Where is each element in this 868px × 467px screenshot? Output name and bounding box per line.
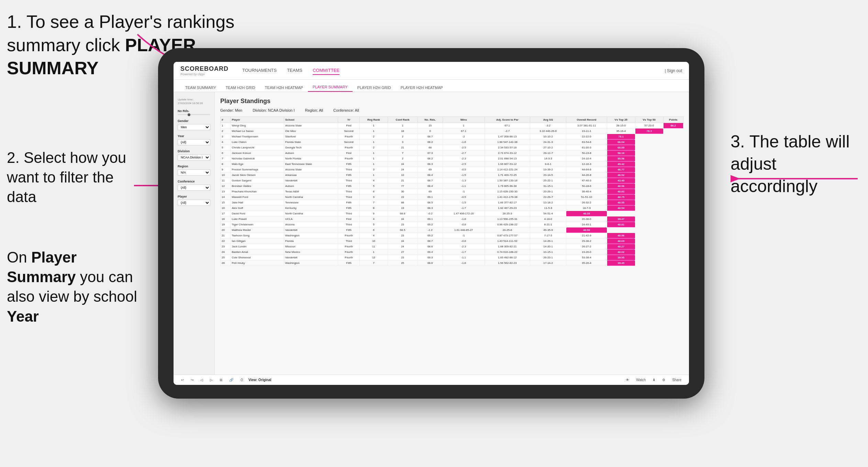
table-row: 20Matthew RiedelVanderbiltFifth668.5-1.2…: [221, 227, 683, 233]
redo-btn[interactable]: ↪: [189, 377, 196, 382]
col-vs-top50: Vs Top 50: [635, 117, 663, 123]
subnav-team-h2h-grid[interactable]: TEAM H2H GRID: [221, 84, 260, 92]
table-row: 26Petr HrubyWashingtonFifth72568.6-1.81.…: [221, 260, 683, 266]
table-row: 8Mats EgeEast Tennessee StateFifth12468.…: [221, 162, 683, 167]
table-row: 19Tiger ChristensenArizonaThird52369.2-0…: [221, 222, 683, 227]
division-select[interactable]: NCAA Division I: [178, 154, 210, 160]
col-rank: #: [221, 117, 231, 123]
annotation-step2: 2. Select how you want to filter the dat…: [7, 148, 137, 207]
table-row: 17David FordNorth CarolinaThird968.6-0.2…: [221, 211, 683, 216]
table-row: 3Michael ThorbjornsenStanfordFourth2268.…: [221, 134, 683, 140]
table-row: 5Christo LamprechtGeorgia TechFourth2216…: [221, 145, 683, 151]
undo-btn[interactable]: ↩: [179, 377, 186, 382]
grid-btn[interactable]: ⊞: [218, 377, 224, 382]
table-row: 24Bastien AmatNew MexicoFourth12769.4-1.…: [221, 249, 683, 255]
logo-subtitle: Powered by clippi: [180, 73, 229, 76]
region-select[interactable]: N/A: [178, 169, 210, 176]
col-yr: Yr: [338, 117, 359, 123]
logo-area: SCOREBOARD Powered by clippi: [180, 65, 229, 76]
table-row: 14Maxwell FordNorth CarolinaThird32269.1…: [221, 194, 683, 200]
subnav-player-h2h-heatmap[interactable]: PLAYER H2H HEATMAP: [396, 84, 448, 92]
nav-committee[interactable]: COMMITTEE: [313, 66, 340, 75]
col-school: School: [284, 117, 338, 123]
nav-sign-out[interactable]: | Sign out: [665, 68, 682, 73]
col-player: Player: [231, 117, 284, 123]
table-row: 16Alex GoffKentuckyFifth81968.3-1.71.92 …: [221, 205, 683, 211]
sidebar: Update time: 27/03/2024 16:56:26 No Rds.…: [174, 92, 215, 375]
nav-right: | Sign out: [665, 68, 682, 73]
main-content: Update time: 27/03/2024 16:56:26 No Rds.…: [174, 92, 689, 375]
filter-row: Gender: Men Division: NCAA Division I Re…: [220, 108, 683, 112]
table-row: 2Michael Le SassoOle MissSecond118067.1-…: [221, 129, 683, 134]
table-row: 4Luke ClatonFlorida StateSecond1368.2-1.…: [221, 140, 683, 145]
back-btn[interactable]: ◁: [198, 377, 205, 382]
nav-teams[interactable]: TEAMS: [287, 66, 302, 75]
table-row: 23Jack LundinMissouriFourth112468.6-2.31…: [221, 244, 683, 249]
col-overall: Overall Record: [566, 117, 607, 123]
nav-items: TOURNAMENTS TEAMS COMMITTEE: [242, 66, 665, 75]
nav-bar: SCOREBOARD Powered by clippi TOURNAMENTS…: [174, 62, 689, 80]
conference-section: Conference (All): [178, 180, 210, 191]
subnav-team-h2h-heatmap[interactable]: TEAM H2H HEATMAP: [260, 84, 308, 92]
annotation-step3: 3. The table will adjust accordingly: [731, 131, 861, 198]
table-area: Player Standings Gender: Men Division: N…: [215, 92, 689, 375]
col-wins: Wins: [443, 117, 485, 123]
year-section: Year (All): [178, 134, 210, 145]
conference-select[interactable]: (All): [178, 185, 210, 191]
no-rds-section: No Rds.: [178, 109, 210, 115]
tablet: SCOREBOARD Powered by clippi TOURNAMENTS…: [158, 48, 704, 399]
bottom-toolbar: ↩ ↪ ◁ ▷ ⊞ 🔗 ⏱ View: Original 👁 Watch ⬇ ⚙…: [174, 375, 689, 385]
table-row: 13Phachara KhonchanTexas A&MThird63069-1…: [221, 189, 683, 194]
sub-nav: TEAM SUMMARY TEAM H2H GRID TEAM H2H HEAT…: [174, 80, 689, 92]
table-row: 25Cole SherwoodVanderbiltFourth122369.3-…: [221, 255, 683, 260]
export-btn[interactable]: ⬇: [650, 377, 657, 382]
col-avg-sg: Avg SG: [530, 117, 566, 123]
col-points: Points: [663, 117, 683, 123]
table-row: 18Luke PowellUCLAFirst42469.1-1.81.13 50…: [221, 216, 683, 222]
subnav-player-h2h-grid[interactable]: PLAYER H2H GRID: [353, 84, 396, 92]
col-reg-rank: Reg Rank: [360, 117, 388, 123]
region-section: Region N/A: [178, 165, 210, 176]
nav-tournaments[interactable]: TOURNAMENTS: [242, 66, 277, 75]
table-row: 21Taehoon SongWashingtonFourth42369.2-10…: [221, 233, 683, 238]
eye-icon: 👁: [624, 377, 631, 382]
table-row: 7Nicholas GabrelcikNorth FloridaFourth12…: [221, 156, 683, 162]
share-btn[interactable]: Share: [670, 377, 683, 382]
table-title: Player Standings: [220, 98, 683, 105]
player-section: Player (All): [178, 195, 210, 206]
forward-btn[interactable]: ▷: [208, 377, 215, 382]
col-vs-top25: Vs Top 25: [607, 117, 635, 123]
view-label: View: Original: [248, 378, 271, 382]
update-time: Update time: 27/03/2024 16:56:26: [178, 98, 210, 105]
logo-title: SCOREBOARD: [180, 65, 229, 73]
table-row: 15Jake HallTennesseeFifth78868.5-1.51.66…: [221, 200, 683, 205]
player-select[interactable]: (All): [178, 200, 210, 206]
division-section: Division NCAA Division I: [178, 149, 210, 160]
table-row: 22Ian GilliganFloridaThird102468.7-0.81.…: [221, 238, 683, 244]
tablet-screen: SCOREBOARD Powered by clippi TOURNAMENTS…: [174, 62, 689, 385]
standings-table: # Player School Yr Reg Rank Conf Rank No…: [220, 116, 683, 266]
table-row: 6Jackson KoivunAuburnFirst1767.3-2.72.72…: [221, 151, 683, 156]
col-conf-rank: Conf Rank: [388, 117, 418, 123]
table-row: 11Gordon SargentVanderbiltThird42168.7-1…: [221, 178, 683, 184]
clock-btn[interactable]: ⏱: [238, 377, 246, 382]
watch-btn[interactable]: Watch: [634, 377, 648, 382]
table-row: 1Wenyi DingArizona StateFirst1115167.1-3…: [221, 123, 683, 129]
col-adj-score: Adj. Score to Par: [485, 117, 530, 123]
gender-select[interactable]: Men: [178, 124, 210, 130]
gender-section: Gender Men: [178, 119, 210, 130]
annotation-step2-body: On Player Summary you can also view by s…: [7, 247, 144, 326]
table-row: 12Brendan ValdesAuburnFifth57768.4-1.11.…: [221, 184, 683, 189]
settings-btn[interactable]: ⚙: [660, 377, 667, 382]
table-row: 10Jacob Skov OlesenArkansasFifth11068.4-…: [221, 173, 683, 178]
col-no-rds: No. Rds.: [418, 117, 443, 123]
link-btn[interactable]: 🔗: [227, 377, 235, 382]
subnav-team-summary[interactable]: TEAM SUMMARY: [180, 84, 221, 92]
year-select[interactable]: (All): [178, 139, 210, 145]
subnav-player-summary[interactable]: PLAYER SUMMARY: [308, 83, 353, 92]
table-row: 9Preston SummerhaysArizona StateThird324…: [221, 167, 683, 173]
